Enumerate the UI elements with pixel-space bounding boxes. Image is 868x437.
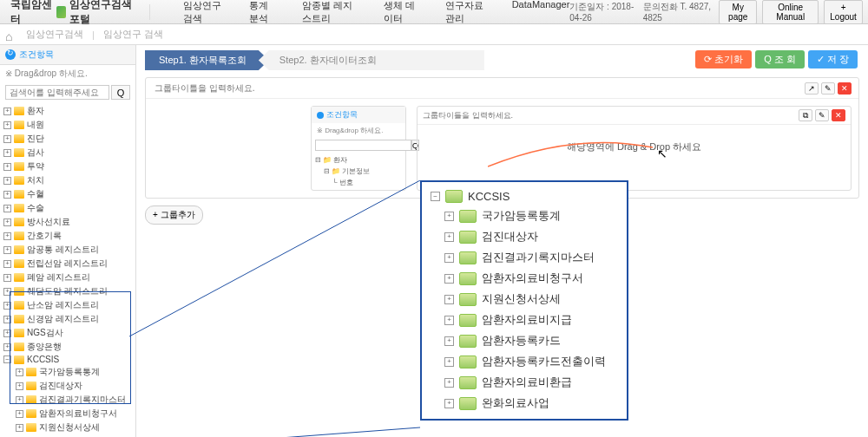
expand-icon[interactable]: + [3, 191, 11, 199]
tree-item[interactable]: +지원신청서상세 [3, 421, 132, 434]
tree-item[interactable]: +투약 [3, 160, 132, 173]
tree-item[interactable]: +수혈 [3, 187, 132, 201]
expand-icon[interactable]: + [16, 369, 23, 376]
expand-icon[interactable]: + [444, 357, 454, 367]
refresh-icon[interactable] [5, 49, 16, 60]
expand-icon[interactable]: + [3, 343, 11, 351]
logout-button[interactable]: + Logout [824, 0, 863, 24]
mypage-button[interactable]: My page [719, 0, 757, 24]
tree-item[interactable]: +난소암 레지스트리 [3, 298, 132, 312]
zoom-item[interactable]: +암환자의료비환급 [422, 372, 627, 393]
init-button[interactable]: ⟳ 초기화 [695, 50, 752, 68]
expand-icon[interactable]: + [444, 295, 454, 304]
breadcrumb-item[interactable]: 임상연구 검색 [103, 28, 163, 41]
home-icon[interactable] [5, 29, 17, 40]
expand-icon[interactable]: + [16, 410, 23, 418]
expand-icon[interactable]: ↗ [805, 82, 819, 95]
tree-item[interactable]: +환자 [3, 104, 132, 118]
expand-icon[interactable]: + [444, 212, 454, 221]
nav-item[interactable]: 통계분석 [249, 0, 276, 25]
tree-item[interactable]: +국가암등록통계 [3, 365, 132, 379]
tree-item[interactable]: +수술 [3, 201, 132, 215]
tree-item[interactable]: +방사선치료 [3, 215, 132, 229]
expand-icon[interactable]: + [3, 205, 11, 212]
mini-tree-item[interactable]: ⊟ 📁 환자 [315, 154, 402, 166]
step1-tab[interactable]: Step1. 환자목록조회 [145, 50, 269, 70]
expand-icon[interactable]: + [3, 288, 11, 296]
mini-tree-item[interactable]: ⊟ 📁 기본정보 [315, 166, 402, 177]
zoom-item[interactable]: +암환자의료비지급 [422, 310, 627, 330]
tree-item[interactable]: +처치 [3, 173, 132, 187]
close-icon[interactable]: ✕ [838, 82, 852, 95]
drop-title-input[interactable] [423, 109, 799, 121]
manual-button[interactable]: Online Manual [762, 0, 819, 24]
expand-icon[interactable]: + [3, 163, 11, 171]
expand-icon[interactable]: + [444, 336, 454, 346]
expand-icon[interactable]: + [16, 424, 23, 432]
nav-item[interactable]: 연구자료관리 [445, 0, 485, 25]
expand-icon[interactable]: − [3, 355, 11, 363]
tree-item[interactable]: +진단 [3, 132, 132, 146]
expand-icon[interactable]: + [444, 274, 454, 284]
expand-icon[interactable]: + [3, 218, 11, 226]
expand-icon[interactable]: + [3, 121, 11, 129]
edit-icon[interactable]: ✎ [821, 82, 835, 95]
tree-item[interactable]: +암환자의료비청구서 [3, 407, 132, 421]
tree-item[interactable]: +췌담도암 레지스트리 [3, 284, 132, 298]
tree-item[interactable]: +검진결과기록지마스터 [3, 393, 132, 407]
step2-tab[interactable]: Step2. 환자데이터조회 [259, 50, 484, 70]
zoom-item[interactable]: +국가암등록통계 [422, 205, 627, 226]
mini-search-input[interactable] [315, 140, 411, 151]
drop-target-card[interactable]: ⧉ ✎ ✕ 해당영역에 Drag & Drop 하세요 [417, 106, 852, 191]
expand-icon[interactable]: + [3, 274, 11, 282]
tree-item[interactable]: +NGS검사 [3, 326, 132, 340]
collapse-icon[interactable]: − [431, 192, 440, 201]
nav-item[interactable]: 암종별 레지스트리 [302, 0, 358, 25]
expand-icon[interactable]: + [444, 378, 454, 388]
tree-item[interactable]: +내원 [3, 118, 132, 132]
zoom-item[interactable]: +검진결과기록지마스터 [422, 247, 627, 268]
zoom-item[interactable]: +지원신청서상세 [422, 289, 627, 310]
zoom-item[interactable]: +완화의료사업 [422, 393, 627, 414]
expand-icon[interactable]: + [3, 232, 11, 240]
tree-item[interactable]: +간호기록 [3, 229, 132, 243]
add-group-button[interactable]: + 그룹추가 [145, 205, 203, 225]
breadcrumb-item[interactable]: 임상연구검색 [26, 28, 83, 41]
expand-icon[interactable]: + [444, 399, 454, 408]
group-title-input[interactable] [153, 82, 326, 95]
expand-icon[interactable]: + [3, 108, 11, 115]
close-icon[interactable]: ✕ [832, 109, 845, 121]
tree-item[interactable]: +신경암 레지스트리 [3, 312, 132, 326]
expand-icon[interactable]: + [3, 316, 11, 323]
tree-item[interactable]: +폐암 레지스트리 [3, 271, 132, 284]
search-input[interactable] [5, 85, 109, 100]
tree-item[interactable]: +전립선암 레지스트리 [3, 257, 132, 271]
search-button[interactable]: Q [111, 85, 130, 100]
nav-item[interactable]: DataManager [512, 0, 570, 25]
expand-icon[interactable]: + [3, 135, 11, 143]
expand-icon[interactable]: + [16, 382, 23, 390]
expand-icon[interactable]: + [3, 246, 11, 254]
expand-icon[interactable]: + [3, 177, 11, 185]
tree-item[interactable]: +검진대상자 [3, 379, 132, 393]
mini-tree-item[interactable]: └ 번호 [315, 177, 402, 188]
tree-item[interactable]: +암공통 레지스트리 [3, 243, 132, 257]
zoom-item[interactable]: +암환자의료비청구서 [422, 268, 627, 289]
search-button[interactable]: Q 조 회 [755, 50, 805, 68]
zoom-root[interactable]: − KCCSIS [422, 187, 627, 205]
copy-icon[interactable]: ⧉ [799, 109, 812, 121]
save-button[interactable]: ✓ 저 장 [808, 50, 858, 68]
zoom-item[interactable]: +암환자등록카드 [422, 330, 627, 351]
edit-icon[interactable]: ✎ [815, 109, 829, 121]
zoom-item[interactable]: +암환자등록카드전출이력 [422, 351, 627, 372]
expand-icon[interactable]: + [16, 396, 23, 404]
expand-icon[interactable]: + [444, 253, 454, 263]
zoom-item[interactable]: +검진대상자 [422, 226, 627, 247]
expand-icon[interactable]: + [3, 260, 11, 268]
expand-icon[interactable]: + [444, 232, 454, 242]
tree-item[interactable]: +종양은행 [3, 340, 132, 354]
tree-item[interactable]: +검사 [3, 146, 132, 160]
nav-item[interactable]: 생체 데이터 [384, 0, 419, 25]
expand-icon[interactable]: + [3, 329, 11, 337]
expand-icon[interactable]: + [3, 149, 11, 157]
